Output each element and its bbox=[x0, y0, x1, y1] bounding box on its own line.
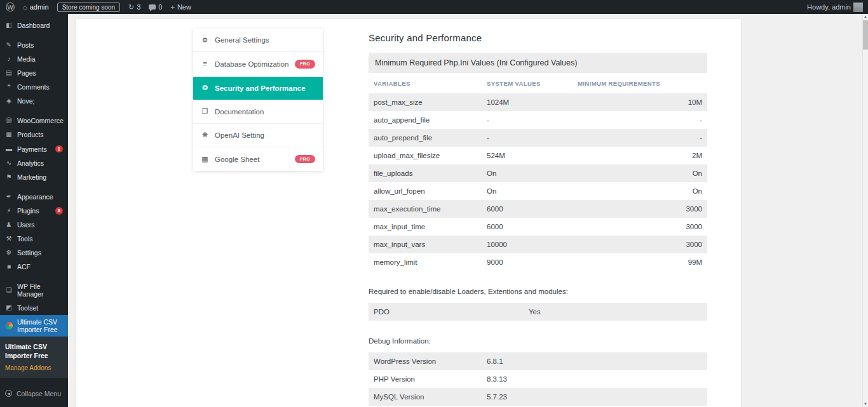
collapse-menu-label: Collapse Menu bbox=[17, 390, 61, 397]
sidebar-item-nove[interactable]: ◈ Nove; bbox=[0, 94, 68, 108]
sidebar-item-label: Toolset bbox=[17, 304, 65, 312]
sidebar-item-payments[interactable]: ▬ Payments 1 bbox=[0, 142, 68, 156]
sidebar-item-label: Pages bbox=[17, 69, 65, 77]
acf-icon: ■ bbox=[5, 264, 13, 270]
phpini-table-header: VARIABLES SYSTEM VALUES MINIMUM REQUIREM… bbox=[369, 73, 707, 93]
tab-openai-setting[interactable]: ❋ OpenAI Setting bbox=[193, 124, 323, 147]
pages-icon: ▤ bbox=[5, 70, 13, 76]
table-row: max_input_time 6000 3000 bbox=[369, 218, 707, 236]
sidebar-item-products[interactable]: ▦ Products bbox=[0, 128, 68, 142]
sidebar-item-acf[interactable]: ■ ACF bbox=[0, 260, 68, 274]
collapse-arrow-icon: ◀ bbox=[5, 390, 12, 397]
sidebar-item-users[interactable]: ♟ Users bbox=[0, 218, 68, 232]
sidebar-item-toolset[interactable]: ◩ Toolset bbox=[0, 301, 68, 315]
csv-importer-logo-icon bbox=[5, 322, 13, 330]
table-row: file_uploads On On bbox=[369, 164, 707, 182]
sidebar-item-analytics[interactable]: ∿ Analytics bbox=[0, 156, 68, 170]
scroll-down-arrow[interactable]: ▼ bbox=[863, 401, 868, 407]
sidebar-item-label: Dashboard bbox=[17, 22, 65, 29]
wordpress-menu[interactable]: Ⓦ bbox=[6, 3, 15, 11]
wordpress-logo-icon: Ⓦ bbox=[6, 3, 15, 11]
toolset-icon: ◩ bbox=[5, 305, 13, 311]
payments-notification-badge: 1 bbox=[55, 145, 63, 153]
sidebar-item-woocommerce[interactable]: Ⓦ WooCommerce bbox=[0, 114, 68, 128]
cell-system-value: - bbox=[487, 116, 578, 124]
dashboard-icon: ◧ bbox=[5, 22, 13, 29]
store-coming-soon-badge[interactable]: Store coming soon bbox=[57, 3, 120, 12]
tab-label: Documentation bbox=[215, 108, 264, 116]
debug-section-label: Debug Information: bbox=[369, 337, 707, 345]
collapse-menu-button[interactable]: ◀ Collapse Menu bbox=[0, 387, 68, 401]
security-performance-panel: Security and Performance Minimum Require… bbox=[369, 29, 707, 407]
cell-minimum-requirement: - bbox=[578, 116, 702, 124]
sidebar-item-dashboard[interactable]: ◧ Dashboard bbox=[0, 18, 68, 32]
scroll-up-arrow[interactable]: ▲ bbox=[863, 14, 868, 20]
cell-system-value: 9000 bbox=[487, 258, 578, 266]
tab-documentation[interactable]: ❐ Documentation bbox=[193, 100, 323, 124]
cell-debug-name: WordPress Version bbox=[374, 357, 487, 365]
site-name: admin bbox=[30, 3, 49, 11]
cell-debug-value: 8.3.13 bbox=[487, 375, 702, 383]
table-row: MySQL Version 5.7.23 bbox=[369, 388, 707, 406]
sidebar-item-pages[interactable]: ▤ Pages bbox=[0, 66, 68, 80]
scrollbar-thumb[interactable] bbox=[863, 20, 868, 50]
sidebar-item-label: Comments bbox=[17, 83, 65, 91]
sidebar-item-wp-file-manager[interactable]: ❏ WP File Manager bbox=[0, 279, 68, 301]
sidebar-item-label: Nove; bbox=[17, 97, 65, 105]
sidebar-item-label: Marketing bbox=[17, 173, 65, 181]
sidebar-item-label: ACF bbox=[17, 263, 65, 270]
howdy-link[interactable]: Howdy, admin bbox=[807, 3, 863, 12]
comments-link[interactable]: 0 bbox=[149, 3, 162, 11]
sidebar-item-media[interactable]: ♪ Media bbox=[0, 52, 68, 66]
column-header-system-values: SYSTEM VALUES bbox=[487, 80, 578, 87]
submenu-item-manage-addons[interactable]: Manage Addons bbox=[0, 363, 68, 373]
tab-database-optimization[interactable]: ≡ Database Optimization PRO bbox=[193, 52, 323, 77]
sidebar-item-label: WooCommerce bbox=[17, 117, 65, 124]
sidebar-item-tools[interactable]: ⚒ Tools bbox=[0, 232, 68, 246]
products-icon: ▦ bbox=[5, 131, 13, 138]
tab-general-settings[interactable]: ⚙ General Settings bbox=[193, 29, 323, 52]
sidebar-item-label: Users bbox=[17, 221, 65, 229]
site-link[interactable]: ⌂ admin bbox=[23, 3, 49, 11]
sidebar-item-comments[interactable]: ❝ Comments bbox=[0, 80, 68, 94]
sidebar-item-label: Posts bbox=[17, 41, 65, 49]
cell-minimum-requirement: 2M bbox=[578, 152, 702, 159]
sidebar-item-appearance[interactable]: ✒ Appearance bbox=[0, 190, 68, 204]
tab-label: General Settings bbox=[215, 36, 269, 44]
cell-variable: auto_append_file bbox=[374, 116, 487, 124]
tab-security-and-performance[interactable]: ❂ Security and Performance bbox=[193, 77, 323, 100]
payments-icon: ▬ bbox=[5, 146, 13, 152]
woocommerce-icon: Ⓦ bbox=[5, 117, 13, 124]
sidebar-item-label: Payments bbox=[17, 145, 51, 153]
sidebar-item-posts[interactable]: ✎ Posts bbox=[0, 38, 68, 52]
sidebar-item-label: WP File Manager bbox=[17, 283, 65, 298]
user-avatar bbox=[853, 3, 863, 12]
sidebar-item-marketing[interactable]: ⚑ Marketing bbox=[0, 170, 68, 184]
plugin-settings-nav: ⚙ General Settings ≡ Database Optimizati… bbox=[193, 29, 323, 171]
sidebar-item-plugins[interactable]: ⚡ Plugins 3 bbox=[0, 204, 68, 218]
cell-system-value: 524M bbox=[487, 152, 578, 159]
table-row: max_input_vars 10000 3000 bbox=[369, 236, 707, 253]
sidebar-item-ultimate-csv-importer[interactable]: Ultimate CSV Importer Free bbox=[0, 315, 68, 337]
table-row: post_max_size 1024M 10M bbox=[369, 93, 707, 111]
users-icon: ♟ bbox=[5, 222, 13, 228]
loaders-table-body: PDO Yes bbox=[369, 303, 707, 321]
tab-google-sheet[interactable]: ▦ Google Sheet PRO bbox=[193, 147, 323, 171]
phpini-table-body: post_max_size 1024M 10M auto_append_file… bbox=[369, 93, 707, 271]
cell-debug-name: PHP Version bbox=[374, 375, 487, 383]
settings-icon: ⚙ bbox=[5, 250, 13, 256]
new-content-link[interactable]: + New bbox=[170, 3, 191, 11]
page-scrollbar[interactable]: ▲ ▼ bbox=[862, 14, 868, 407]
loaders-section-label: Required to enable/disable Loaders, Exte… bbox=[369, 288, 707, 295]
cell-system-value: 1024M bbox=[487, 98, 578, 106]
sidebar-item-settings[interactable]: ⚙ Settings bbox=[0, 246, 68, 260]
plugins-notification-badge: 3 bbox=[55, 207, 63, 215]
cell-variable: allow_url_fopen bbox=[374, 187, 487, 195]
comments-count: 0 bbox=[158, 3, 162, 11]
cell-minimum-requirement: - bbox=[578, 134, 702, 142]
cell-debug-value: 5.7.23 bbox=[487, 393, 702, 401]
updates-count: 3 bbox=[137, 3, 140, 11]
phpini-table-title: Minimum Required Php.Ini Values (Ini Con… bbox=[369, 53, 707, 73]
updates-link[interactable]: ↻ 3 bbox=[128, 3, 140, 11]
cell-system-value: 6000 bbox=[487, 205, 578, 213]
